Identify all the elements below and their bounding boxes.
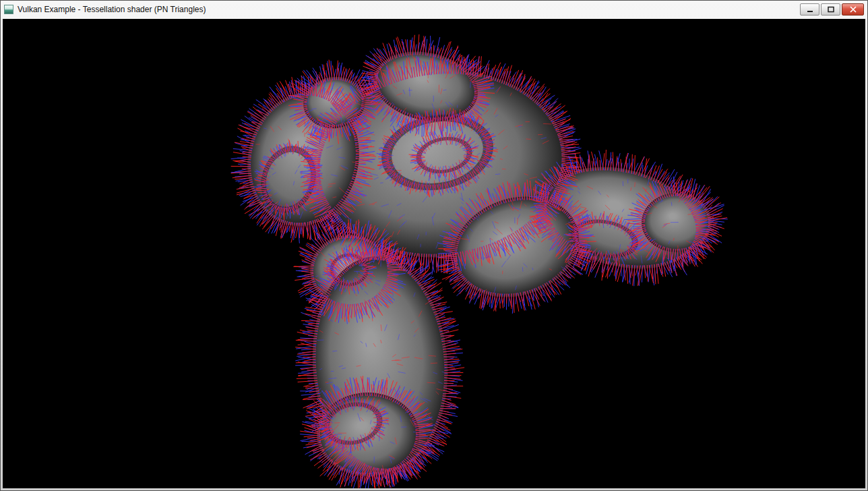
maximize-button[interactable]	[821, 3, 840, 16]
close-icon	[849, 6, 857, 13]
window-controls	[799, 3, 864, 16]
minimize-icon	[806, 6, 814, 13]
app-icon	[4, 5, 13, 14]
minimize-button[interactable]	[800, 3, 819, 16]
window-title: Vulkan Example - Tessellation shader (PN…	[18, 5, 206, 14]
close-button[interactable]	[842, 3, 864, 16]
render-viewport[interactable]	[3, 19, 865, 488]
app-window: Vulkan Example - Tessellation shader (PN…	[0, 0, 868, 491]
title-bar[interactable]: Vulkan Example - Tessellation shader (PN…	[1, 1, 867, 18]
maximize-icon	[827, 6, 835, 13]
